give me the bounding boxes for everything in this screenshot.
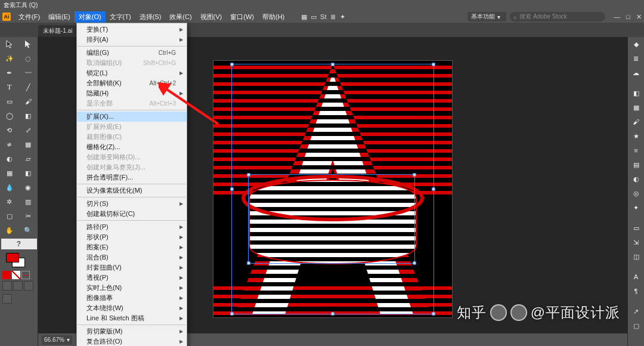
gradient-mode-icon[interactable] bbox=[12, 271, 20, 279]
menu-item[interactable]: 全部解锁(K)Alt+Ctrl+2 bbox=[77, 78, 187, 88]
zoom-tool-icon[interactable]: 🔍 bbox=[19, 223, 38, 237]
symbols-panel-icon[interactable]: ★ bbox=[628, 129, 644, 143]
asset-export-panel-icon[interactable]: ↗ bbox=[628, 304, 644, 319]
slice-tool-icon[interactable]: ✂ bbox=[19, 209, 38, 223]
menu-item[interactable]: 拼合透明度(F)... bbox=[77, 172, 187, 183]
menu-effect[interactable]: 效果(C) bbox=[165, 11, 196, 23]
menu-item[interactable]: 栅格化(Z)... bbox=[77, 142, 187, 152]
minimize-button[interactable]: — bbox=[614, 13, 620, 21]
gradient-tool-icon[interactable]: ◧ bbox=[19, 166, 38, 180]
shaper-tool-icon[interactable]: ◯ bbox=[0, 109, 19, 123]
width-tool-icon[interactable]: ≉ bbox=[0, 137, 19, 152]
lasso-tool-icon[interactable]: ◌ bbox=[19, 51, 38, 66]
type-tool-icon[interactable]: T bbox=[0, 80, 19, 94]
menu-item[interactable]: 混合(B) bbox=[77, 252, 187, 262]
free-transform-tool-icon[interactable]: ▦ bbox=[19, 137, 38, 152]
close-button[interactable]: ✕ bbox=[636, 13, 642, 21]
magic-wand-tool-icon[interactable]: ✨ bbox=[0, 51, 19, 66]
menu-item[interactable]: Line 和 Sketch 图稿 bbox=[77, 313, 187, 323]
eyedropper-tool-icon[interactable]: 💧 bbox=[0, 180, 19, 194]
menu-window[interactable]: 窗口(W) bbox=[226, 11, 258, 23]
selection-tool-icon[interactable] bbox=[0, 37, 19, 51]
menu-item[interactable]: 剪切蒙版(M) bbox=[77, 326, 187, 336]
hand-tool-icon[interactable]: ✋ bbox=[0, 223, 19, 237]
menu-item[interactable]: 创建裁切标记(C) bbox=[77, 209, 187, 219]
zoom-field[interactable]: 66.67% ▾ bbox=[42, 335, 72, 345]
menu-help[interactable]: 帮助(H) bbox=[258, 11, 289, 23]
menu-item[interactable]: 锁定(L) bbox=[77, 68, 187, 78]
appearance-panel-icon[interactable]: ◎ bbox=[628, 186, 644, 200]
menu-item[interactable]: 复合路径(O) bbox=[77, 336, 187, 346]
curvature-tool-icon[interactable]: 〰 bbox=[19, 66, 38, 80]
menu-item[interactable]: 封套扭曲(V) bbox=[77, 262, 187, 273]
direct-selection-tool-icon[interactable] bbox=[19, 37, 38, 51]
stroke-panel-icon[interactable]: ≡ bbox=[628, 143, 644, 157]
eraser-tool-icon[interactable]: ◧ bbox=[19, 109, 38, 123]
shape-builder-tool-icon[interactable]: ◐ bbox=[0, 152, 19, 166]
pathfinder-panel-icon[interactable]: ◫ bbox=[628, 249, 644, 264]
toolbar-icon[interactable]: ▦ bbox=[299, 12, 309, 21]
graph-tool-icon[interactable]: ▥ bbox=[19, 194, 38, 209]
layers-panel-icon[interactable]: ≣ bbox=[628, 51, 644, 66]
menu-item[interactable]: 设为像素级优化(M) bbox=[77, 186, 187, 196]
align-panel-icon[interactable]: ▭ bbox=[628, 221, 644, 235]
draw-normal-icon[interactable] bbox=[2, 281, 12, 291]
menu-item[interactable]: 透视(P) bbox=[77, 273, 187, 283]
menu-object[interactable]: 对象(O) bbox=[75, 11, 106, 23]
menu-item[interactable]: 形状(P) bbox=[77, 232, 187, 242]
menu-item[interactable]: 图像描摹 bbox=[77, 293, 187, 303]
toolbar-icon[interactable]: ≣ bbox=[328, 12, 338, 21]
pen-tool-icon[interactable]: ✒ bbox=[0, 66, 19, 80]
libraries-panel-icon[interactable]: ☁ bbox=[628, 66, 644, 80]
help-button[interactable]: ? bbox=[1, 239, 37, 249]
menu-view[interactable]: 视图(V) bbox=[196, 11, 227, 23]
swatches-panel-icon[interactable]: ▦ bbox=[628, 100, 644, 115]
brushes-panel-icon[interactable]: 🖌 bbox=[628, 115, 644, 129]
menu-item[interactable]: 隐藏(H) bbox=[77, 88, 187, 98]
scale-tool-icon[interactable]: ⤢ bbox=[19, 123, 38, 137]
fill-stroke-swatches[interactable] bbox=[1, 252, 36, 270]
workspace-switcher[interactable]: 基本功能 ▾ bbox=[467, 12, 506, 21]
menu-type[interactable]: 文字(T) bbox=[106, 11, 135, 23]
rectangle-tool-icon[interactable]: ▭ bbox=[0, 94, 19, 109]
artboard-tool-icon[interactable]: ▢ bbox=[0, 209, 19, 223]
char-panel-icon[interactable]: A bbox=[628, 270, 644, 284]
menu-item[interactable]: 变换(T) bbox=[77, 24, 187, 35]
artboards-panel-icon[interactable]: ▢ bbox=[628, 319, 644, 333]
menu-item[interactable]: 编组(G)Ctrl+G bbox=[77, 48, 187, 58]
draw-inside-icon[interactable] bbox=[24, 281, 33, 291]
perspective-tool-icon[interactable]: ▱ bbox=[19, 152, 38, 166]
fill-swatch[interactable] bbox=[6, 253, 19, 262]
transform-panel-icon[interactable]: ⇲ bbox=[628, 235, 644, 249]
blend-tool-icon[interactable]: ◉ bbox=[19, 180, 38, 194]
menu-item[interactable]: 扩展(X)... bbox=[77, 112, 187, 122]
line-tool-icon[interactable]: ╱ bbox=[19, 80, 38, 94]
menu-item[interactable]: 排列(A) bbox=[77, 35, 187, 45]
para-panel-icon[interactable]: ¶ bbox=[628, 284, 644, 298]
toolbar-icon[interactable]: St bbox=[318, 12, 328, 21]
color-mode-icon[interactable] bbox=[2, 271, 11, 279]
rotate-tool-icon[interactable]: ⟲ bbox=[0, 123, 19, 137]
menu-item[interactable]: 实时上色(N) bbox=[77, 283, 187, 293]
toolbar-icon[interactable]: ✦ bbox=[338, 12, 347, 21]
menu-item[interactable]: 切片(S) bbox=[77, 199, 187, 209]
menu-item[interactable]: 路径(P) bbox=[77, 222, 187, 232]
paintbrush-tool-icon[interactable]: 🖌 bbox=[19, 94, 38, 109]
menu-item[interactable]: 文本绕排(W) bbox=[77, 303, 187, 313]
transparency-panel-icon[interactable]: ◐ bbox=[628, 172, 644, 186]
color-panel-icon[interactable]: ◧ bbox=[628, 86, 644, 100]
menu-edit[interactable]: 编辑(E) bbox=[44, 11, 75, 23]
gradient-panel-icon[interactable]: ▤ bbox=[628, 157, 644, 172]
draw-behind-icon[interactable] bbox=[13, 281, 23, 291]
toolbar-icon[interactable]: ▭ bbox=[309, 12, 318, 21]
mesh-tool-icon[interactable]: ▦ bbox=[0, 166, 19, 180]
search-input[interactable]: ⌕ 搜索 Adobe Stock bbox=[510, 12, 605, 21]
maximize-button[interactable]: □ bbox=[626, 13, 630, 21]
menu-item[interactable]: 图案(E) bbox=[77, 242, 187, 252]
properties-panel-icon[interactable]: ◆ bbox=[628, 37, 644, 51]
symbol-sprayer-tool-icon[interactable]: ✲ bbox=[0, 194, 19, 209]
menu-select[interactable]: 选择(S) bbox=[135, 11, 166, 23]
menu-file[interactable]: 文件(F) bbox=[14, 11, 44, 23]
screen-mode-icon[interactable] bbox=[2, 294, 12, 304]
none-mode-icon[interactable] bbox=[21, 271, 30, 279]
